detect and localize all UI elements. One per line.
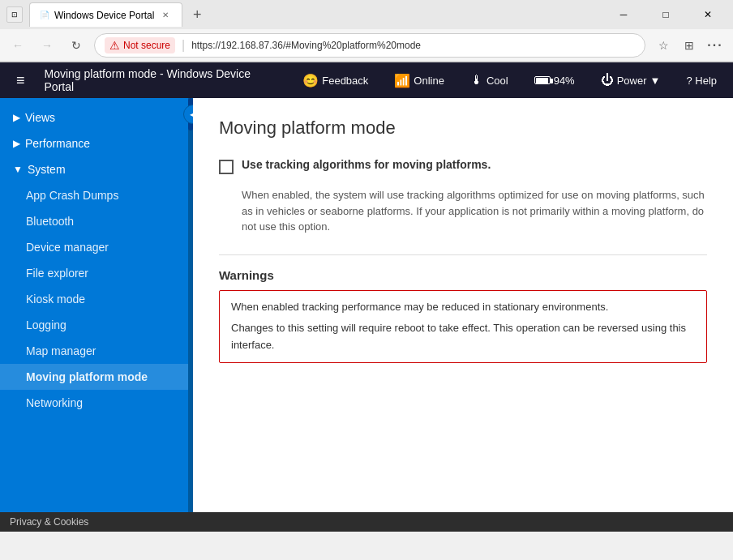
sidebar-section-system-label: System <box>28 163 66 176</box>
minimize-button[interactable]: ─ <box>605 0 642 29</box>
sidebar-item-kiosk-mode[interactable]: Kiosk mode <box>0 286 193 312</box>
battery-bar-icon <box>534 76 551 84</box>
sidebar-item-bluetooth[interactable]: Bluetooth <box>0 208 193 234</box>
performance-arrow-icon: ▶ <box>13 138 20 149</box>
address-actions: ☆ ⊞ ··· <box>652 34 727 57</box>
address-bar: ← → ↻ ⚠ Not secure | https://192.168.87.… <box>0 29 733 62</box>
content-area: Moving platform mode Use tracking algori… <box>193 98 733 512</box>
battery-nav-item[interactable]: 94% <box>528 71 581 90</box>
sidebar-section-performance-label: Performance <box>25 137 90 150</box>
battery-fill <box>536 78 548 84</box>
favorites-button[interactable]: ☆ <box>652 34 675 57</box>
close-button[interactable]: ✕ <box>689 0 727 29</box>
warning-line-1: When enabled tracking performance may be… <box>231 299 695 316</box>
tracking-checkbox[interactable] <box>219 160 234 174</box>
tab-favicon: 📄 <box>40 11 49 19</box>
refresh-button[interactable]: ↻ <box>65 34 88 57</box>
back-button[interactable]: ← <box>6 34 29 57</box>
main-layout: ◀ ▶ Views ▶ Performance ▼ System App Cra… <box>0 98 733 512</box>
sidebar-section-performance[interactable]: ▶ Performance <box>0 130 193 156</box>
warning-text: When enabled tracking performance may be… <box>231 299 695 354</box>
sidebar-item-device-manager[interactable]: Device manager <box>0 234 193 260</box>
page-title: Moving platform mode <box>219 118 707 139</box>
tab-bar: 📄 Windows Device Portal ✕ + <box>29 0 598 29</box>
online-icon: 📶 <box>394 73 410 88</box>
tracking-description: When enabled, the system will use tracki… <box>219 187 707 235</box>
window-icon: ⊡ <box>6 6 23 23</box>
sidebar-item-map-manager[interactable]: Map manager <box>0 338 193 364</box>
url-separator: | <box>182 38 185 53</box>
title-bar: ⊡ 📄 Windows Device Portal ✕ + ─ □ ✕ <box>0 0 733 29</box>
security-label: Not secure <box>123 40 170 51</box>
tab-title: Windows Device Portal <box>54 10 154 21</box>
more-button[interactable]: ··· <box>704 34 727 57</box>
online-nav-item[interactable]: 📶 Online <box>388 70 451 92</box>
privacy-label[interactable]: Privacy & Cookies <box>10 516 88 528</box>
app-title: Moving platform mode - Windows Device Po… <box>45 67 284 93</box>
feedback-nav-item[interactable]: 😊 Feedback <box>296 70 375 92</box>
power-chevron-icon: ▼ <box>650 75 661 87</box>
warning-icon: ⚠ <box>109 39 120 52</box>
sidebar-scrollbar-track <box>188 98 193 512</box>
warning-line-2: Changes to this setting will require reb… <box>231 320 695 354</box>
maximize-button[interactable]: □ <box>647 0 684 29</box>
hamburger-icon[interactable]: ≡ <box>10 69 32 92</box>
temp-label: Cool <box>487 75 508 87</box>
browser-tab[interactable]: 📄 Windows Device Portal ✕ <box>29 2 182 27</box>
privacy-footer: Privacy & Cookies <box>0 512 733 532</box>
window-controls: ─ □ ✕ <box>605 0 727 29</box>
views-arrow-icon: ▶ <box>13 112 20 123</box>
power-icon: ⏻ <box>601 73 614 88</box>
address-url[interactable]: https://192.168.87.36/#Moving%20platform… <box>191 40 635 51</box>
address-input-wrap[interactable]: ⚠ Not secure | https://192.168.87.36/#Mo… <box>94 33 645 58</box>
feedback-label: Feedback <box>322 75 368 87</box>
tracking-checkbox-row: Use tracking algorithms for moving platf… <box>219 158 707 174</box>
sidebar-section-system[interactable]: ▼ System <box>0 156 193 182</box>
sidebar-item-app-crash-dumps[interactable]: App Crash Dumps <box>0 182 193 208</box>
help-nav-item[interactable]: ? Help <box>679 71 723 90</box>
power-nav-item[interactable]: ⏻ Power ▼ <box>594 70 667 91</box>
sidebar-item-networking[interactable]: Networking <box>0 390 193 416</box>
sidebar-section-views[interactable]: ▶ Views <box>0 105 193 130</box>
sidebar-item-moving-platform-mode[interactable]: Moving platform mode <box>0 364 193 390</box>
new-tab-button[interactable]: + <box>186 3 208 26</box>
security-badge: ⚠ Not secure <box>105 37 175 53</box>
temp-icon: 🌡 <box>470 73 483 88</box>
system-arrow-icon: ▼ <box>13 164 23 175</box>
temp-nav-item[interactable]: 🌡 Cool <box>464 70 515 91</box>
tab-close-button[interactable]: ✕ <box>159 9 172 21</box>
tracking-checkbox-label: Use tracking algorithms for moving platf… <box>242 158 491 171</box>
power-label: Power <box>617 75 647 87</box>
sidebar: ◀ ▶ Views ▶ Performance ▼ System App Cra… <box>0 98 193 512</box>
sidebar-item-file-explorer[interactable]: File explorer <box>0 260 193 286</box>
warnings-title: Warnings <box>219 268 707 282</box>
help-label: ? Help <box>686 75 717 87</box>
forward-button[interactable]: → <box>36 34 58 57</box>
app-nav: ≡ Moving platform mode - Windows Device … <box>0 62 733 98</box>
feedback-icon: 😊 <box>302 73 319 88</box>
online-label: Online <box>414 75 444 87</box>
warning-box: When enabled tracking performance may be… <box>219 290 707 363</box>
collections-button[interactable]: ⊞ <box>678 34 701 57</box>
sidebar-content: ▶ Views ▶ Performance ▼ System App Crash… <box>0 98 193 512</box>
content-divider <box>219 254 707 255</box>
sidebar-section-views-label: Views <box>25 111 55 124</box>
battery-label: 94% <box>554 75 575 87</box>
sidebar-item-logging[interactable]: Logging <box>0 312 193 338</box>
